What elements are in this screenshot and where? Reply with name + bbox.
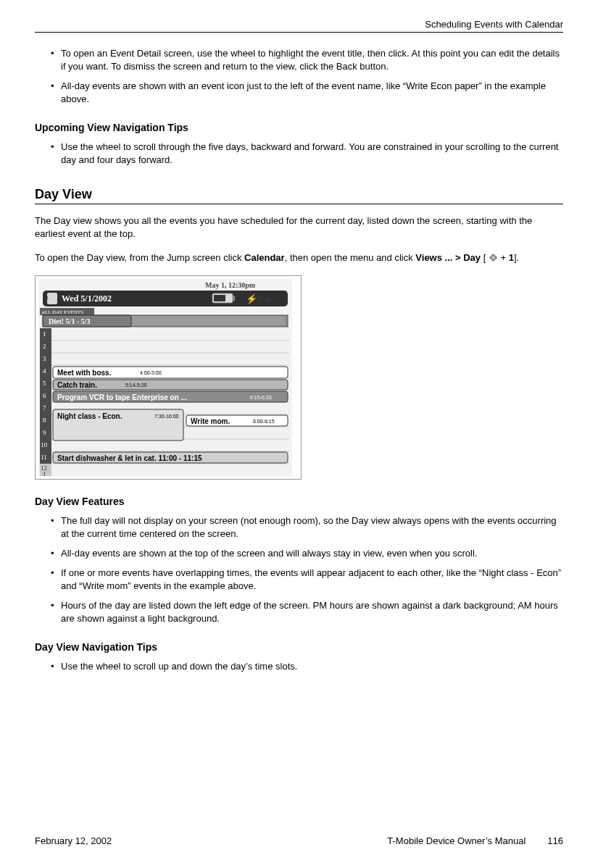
list-item: All-day events are shown with an event i…: [51, 80, 563, 106]
event-meet-title: Meet with boss.: [57, 369, 112, 377]
day-view-heading: Day View: [35, 187, 563, 202]
list-item: Hours of the day are listed down the lef…: [51, 599, 563, 625]
calendar-label: Calendar: [244, 252, 285, 263]
list-item: If one or more events have overlapping t…: [51, 567, 563, 593]
svg-text:10: 10: [41, 441, 48, 448]
svg-text:7: 7: [43, 404, 46, 412]
menu-icon: [489, 253, 498, 262]
event-train-title: Catch train.: [57, 381, 97, 389]
header-rule: [35, 32, 563, 33]
event-night-time: 7:30-10:00: [154, 414, 179, 419]
svg-rect-7: [214, 295, 225, 301]
day-view-intro: The Day view shows you all the events yo…: [35, 214, 563, 242]
day-view-screenshot: May 1, 12:30pm 1 Wed 5/1/2002 ⚡ Ψ·›) ALL…: [35, 275, 302, 480]
list-item: The full day will not display on your sc…: [51, 514, 563, 541]
day-view-features-heading: Day View Features: [35, 496, 563, 507]
footer-date: February 12, 2002: [35, 835, 112, 846]
svg-text:4: 4: [43, 367, 46, 375]
svg-text:9: 9: [43, 429, 46, 436]
text: To open the Day view, from the Jump scre…: [35, 252, 244, 263]
date-pill: Wed 5/1/2002: [62, 293, 112, 304]
views-day-label: Views ... > Day: [415, 252, 481, 263]
upcoming-tips-heading: Upcoming View Navigation Tips: [35, 122, 563, 133]
list-item: Use the wheel to scroll through the five…: [51, 141, 563, 167]
svg-text:3: 3: [43, 355, 46, 362]
event-vcr-title: Program VCR to tape Enterprise on ...: [57, 393, 187, 401]
upcoming-tips-list: Use the wheel to scroll through the five…: [35, 141, 563, 167]
all-day-label: ALL DAY EVENTS: [41, 309, 83, 315]
svg-rect-8: [233, 296, 235, 301]
svg-text:1: 1: [43, 470, 46, 476]
svg-text:11: 11: [41, 454, 47, 461]
svg-text:1: 1: [43, 330, 46, 338]
list-item: To open an Event Detail screen, use the …: [51, 47, 563, 73]
all-day-event: Diet! 5/1 - 5/3: [49, 317, 91, 325]
event-meet-time: 4:00-5:00: [140, 370, 162, 375]
page-footer: February 12, 2002 T-Mobile Device Owner’…: [35, 835, 563, 846]
day-view-nav-tips-list: Use the wheel to scroll up and down the …: [35, 660, 563, 673]
intro-bullet-list: To open an Event Detail screen, use the …: [35, 47, 563, 106]
event-mom-time: 8:00-8:15: [253, 419, 275, 424]
event-train-time: 5:14-5:20: [125, 383, 147, 388]
svg-text:2: 2: [43, 343, 46, 350]
day-view-features-list: The full day will not display on your sc…: [35, 514, 563, 625]
text: ].: [514, 252, 519, 263]
svg-text:6: 6: [43, 392, 46, 399]
event-vcr-time: 6:15-6:20: [250, 395, 272, 400]
svg-text:5: 5: [43, 380, 46, 387]
event-dish-title: Start dishwasher & let in cat. 11:00 - 1…: [57, 454, 202, 462]
day-view-open-instructions: To open the Day view, from the Jump scre…: [35, 251, 563, 265]
section-rule: [35, 204, 563, 204]
footer-page-number: 116: [547, 835, 563, 846]
event-night-title: Night class - Econ.: [57, 412, 122, 420]
text: [: [481, 252, 489, 263]
footer-title: T-Mobile Device Owner’s Manual: [387, 835, 526, 846]
svg-text:8: 8: [43, 417, 46, 424]
event-mom-title: Write mom.: [191, 417, 230, 425]
svg-text:⚡: ⚡: [246, 293, 258, 305]
svg-text:Ψ·›): Ψ·›): [257, 294, 271, 304]
text: +: [498, 252, 509, 263]
clock-label: May 1, 12:30pm: [205, 281, 256, 289]
list-item: Use the wheel to scroll up and down the …: [51, 660, 563, 673]
list-item: All-day events are shown at the top of t…: [51, 547, 563, 560]
shortcut-key: 1: [509, 252, 514, 263]
running-header: Scheduling Events with Calendar: [35, 19, 563, 30]
day-view-nav-tips-heading: Day View Navigation Tips: [35, 641, 563, 653]
text: , then open the menu and click: [285, 252, 416, 263]
